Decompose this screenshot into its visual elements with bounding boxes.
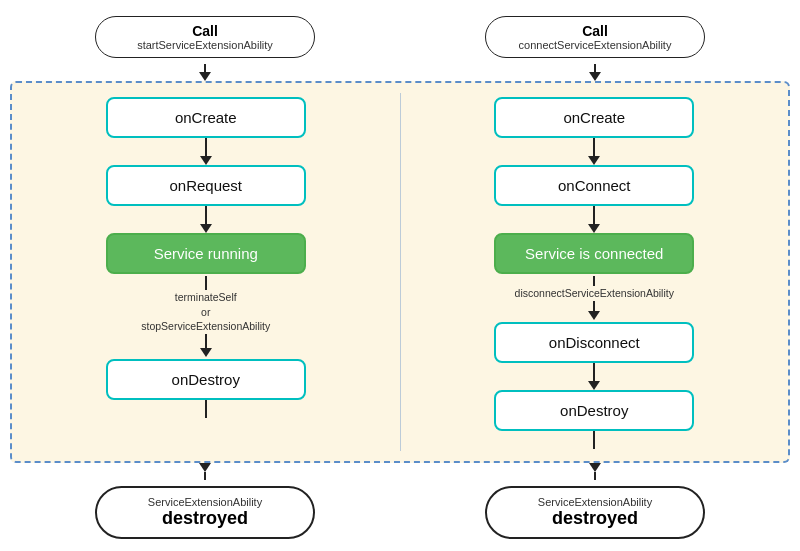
left-call-method: startServiceExtensionAbility	[124, 39, 286, 51]
left-destroyed-big: destroyed	[117, 508, 293, 529]
right-destroyed-big: destroyed	[507, 508, 683, 529]
left-column: onCreate onRequest Service running termi…	[12, 83, 400, 461]
diagram: Call startServiceExtensionAbility Call c…	[10, 8, 790, 543]
right-ondestroy: onDestroy	[494, 390, 694, 431]
left-service-running: Service running	[106, 233, 306, 274]
top-arrows	[10, 64, 790, 81]
left-destroyed-small: ServiceExtensionAbility	[117, 496, 293, 508]
right-arrow-label: disconnectServiceExtensionAbility	[515, 286, 674, 301]
main-area: onCreate onRequest Service running termi…	[10, 81, 790, 463]
left-call-label: Call	[124, 23, 286, 39]
right-top-arrow	[589, 64, 601, 81]
right-destroyed-pill: ServiceExtensionAbility destroyed	[485, 486, 705, 539]
bottom-row: ServiceExtensionAbility destroyed Servic…	[10, 486, 790, 539]
left-arrow-label: terminateSelf or stopServiceExtensionAbi…	[141, 290, 270, 334]
right-call-method: connectServiceExtensionAbility	[514, 39, 676, 51]
left-arrow-2	[200, 206, 212, 233]
left-arrow-3	[205, 400, 207, 418]
left-bottom-arrow	[199, 463, 211, 480]
bottom-arrows	[10, 463, 790, 480]
right-arrow-3	[588, 363, 600, 390]
left-destroyed-pill: ServiceExtensionAbility destroyed	[95, 486, 315, 539]
right-arrow-labeled: disconnectServiceExtensionAbility	[411, 276, 779, 320]
right-arrow-1	[588, 138, 600, 165]
left-ondestroy: onDestroy	[106, 359, 306, 400]
left-onrequest: onRequest	[106, 165, 306, 206]
left-top-arrow	[199, 64, 211, 81]
right-column: onCreate onConnect Service is connected …	[401, 83, 789, 461]
right-destroyed-small: ServiceExtensionAbility	[507, 496, 683, 508]
right-service-connected: Service is connected	[494, 233, 694, 274]
left-oncreate: onCreate	[106, 97, 306, 138]
right-bottom-arrow	[589, 463, 601, 480]
left-arrow-labeled: terminateSelf or stopServiceExtensionAbi…	[22, 276, 390, 357]
left-call-pill: Call startServiceExtensionAbility	[95, 16, 315, 58]
right-ondisconnect: onDisconnect	[494, 322, 694, 363]
top-row: Call startServiceExtensionAbility Call c…	[10, 8, 790, 58]
right-call-pill: Call connectServiceExtensionAbility	[485, 16, 705, 58]
right-arrow-2	[588, 206, 600, 233]
right-call-label: Call	[514, 23, 676, 39]
right-oncreate: onCreate	[494, 97, 694, 138]
right-arrow-4	[593, 431, 595, 449]
right-onconnect: onConnect	[494, 165, 694, 206]
left-arrow-1	[200, 138, 212, 165]
